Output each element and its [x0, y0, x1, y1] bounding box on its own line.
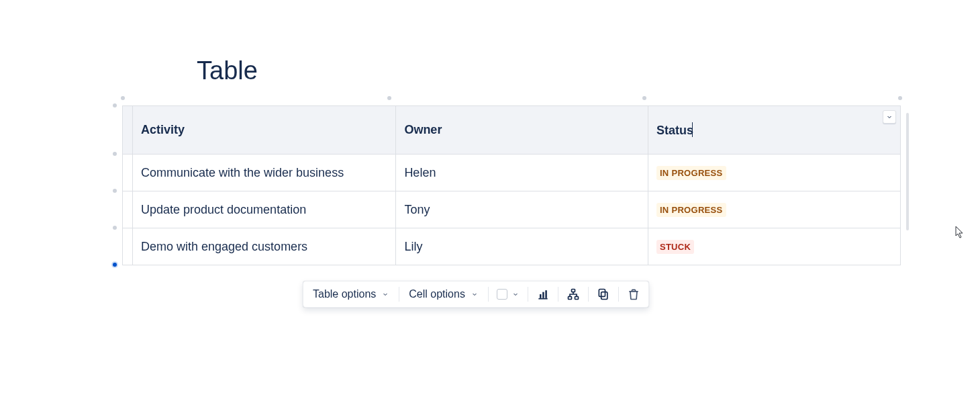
- sitemap-icon: [567, 288, 580, 301]
- column-header-owner[interactable]: Owner: [396, 106, 648, 155]
- row-number-cell[interactable]: [123, 191, 133, 228]
- cell-status[interactable]: STUCK: [648, 228, 900, 265]
- status-badge: IN PROGRESS: [656, 166, 726, 180]
- svg-rect-7: [599, 290, 605, 297]
- cell-owner[interactable]: Helen: [396, 155, 648, 191]
- chart-icon: [536, 288, 550, 301]
- cell-status[interactable]: IN PROGRESS: [648, 191, 900, 228]
- column-header-activity[interactable]: Activity: [133, 106, 396, 155]
- row-handle[interactable]: [113, 152, 117, 156]
- column-handle[interactable]: [642, 96, 646, 100]
- page-title: Table: [197, 56, 258, 87]
- column-header-status[interactable]: Status: [648, 106, 900, 155]
- table-options-label: Table options: [313, 288, 376, 300]
- copy-icon: [597, 288, 610, 301]
- cell-activity[interactable]: Communicate with the wider business: [133, 155, 396, 191]
- svg-rect-6: [601, 292, 607, 300]
- column-handle[interactable]: [387, 96, 391, 100]
- table-row[interactable]: Communicate with the wider business Hele…: [123, 155, 901, 191]
- column-handle[interactable]: [898, 96, 902, 100]
- cell-owner[interactable]: Tony: [396, 191, 648, 228]
- cell-activity[interactable]: Update product documentation: [133, 191, 396, 228]
- column-options-button[interactable]: [883, 110, 896, 124]
- row-number-cell[interactable]: [123, 228, 133, 265]
- cell-options-button[interactable]: Cell options: [399, 281, 488, 307]
- table-floating-toolbar: Table options Cell options: [303, 281, 649, 308]
- copy-table-button[interactable]: [589, 281, 618, 307]
- row-number-header[interactable]: [123, 106, 133, 155]
- chevron-down-icon: [885, 113, 893, 121]
- text-cursor: [692, 122, 693, 137]
- delete-table-button[interactable]: [619, 281, 648, 307]
- row-handle[interactable]: [113, 263, 117, 267]
- row-number-cell[interactable]: [123, 155, 133, 191]
- trash-icon: [627, 288, 640, 301]
- mouse-cursor-icon: [955, 226, 965, 239]
- color-swatch-icon: [497, 289, 507, 300]
- table-container: Activity Owner Status Communicate with t…: [122, 105, 901, 265]
- svg-rect-2: [545, 290, 547, 298]
- cell-status[interactable]: IN PROGRESS: [648, 155, 900, 191]
- svg-rect-5: [575, 296, 578, 299]
- table-row[interactable]: Update product documentation Tony IN PRO…: [123, 191, 901, 228]
- cell-options-label: Cell options: [409, 288, 465, 300]
- table-options-button[interactable]: Table options: [303, 281, 399, 307]
- insert-chart-button[interactable]: [528, 281, 558, 307]
- chevron-down-icon: [471, 290, 479, 298]
- row-handle[interactable]: [113, 226, 117, 230]
- cell-owner[interactable]: Lily: [396, 228, 648, 265]
- data-table: Activity Owner Status Communicate with t…: [122, 105, 901, 265]
- column-handle[interactable]: [121, 96, 125, 100]
- chevron-down-icon: [381, 290, 389, 298]
- row-handle[interactable]: [113, 189, 117, 193]
- svg-rect-3: [571, 290, 575, 292]
- cell-activity[interactable]: Demo with engaged customers: [133, 228, 396, 265]
- svg-rect-1: [542, 292, 544, 298]
- status-badge: IN PROGRESS: [656, 203, 726, 217]
- column-header-status-text: Status: [656, 124, 693, 137]
- row-handle[interactable]: [113, 103, 117, 107]
- status-badge: STUCK: [656, 240, 694, 254]
- scroll-indicator[interactable]: [906, 113, 909, 230]
- cell-background-color-button[interactable]: [489, 281, 528, 307]
- chevron-down-icon: [511, 290, 520, 298]
- table-row[interactable]: Demo with engaged customers Lily STUCK: [123, 228, 901, 265]
- svg-rect-0: [540, 294, 542, 298]
- manage-connected-data-button[interactable]: [558, 281, 588, 307]
- svg-rect-4: [568, 296, 571, 299]
